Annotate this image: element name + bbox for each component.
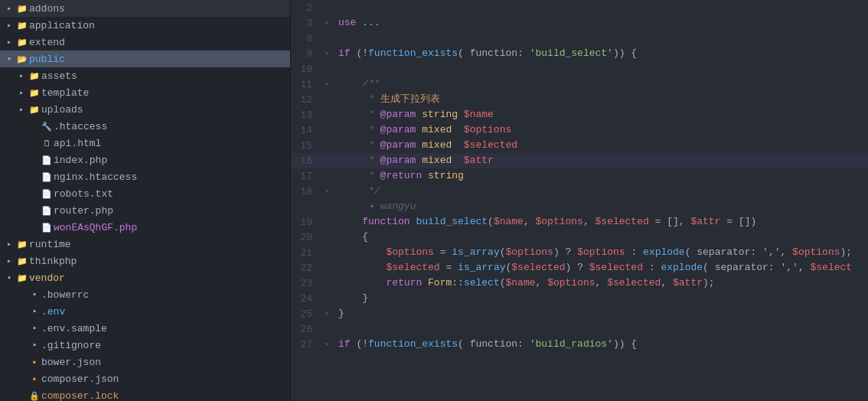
file-icon: ▪	[28, 307, 41, 316]
line-code	[332, 61, 868, 77]
sidebar-item-robots-txt[interactable]: 📄 robots.txt	[0, 185, 290, 202]
fold-icon[interactable]	[321, 291, 332, 306]
folder-icon: 📁	[15, 4, 29, 14]
file-icon: 📄	[40, 223, 54, 233]
sidebar-item-htaccess[interactable]: 🔧 .htaccess	[0, 118, 290, 135]
sidebar-item-composer-json[interactable]: 🔸 composer.json	[0, 370, 290, 387]
line-number: 2	[291, 0, 321, 15]
sidebar-item-router-php[interactable]: 📄 router.php	[0, 202, 290, 219]
code-line: 10	[291, 61, 868, 77]
sidebar-item-label: vendor	[29, 272, 65, 284]
line-number: 18	[291, 184, 321, 199]
fold-icon[interactable]	[321, 61, 332, 77]
line-code: return Form::select($name, $options, $se…	[332, 275, 868, 291]
sidebar-item-label: addons	[29, 3, 65, 15]
folder-icon: 📁	[15, 273, 29, 283]
sidebar-item-assets[interactable]: 📁 assets	[0, 67, 290, 84]
sidebar-item-template[interactable]: 📁 template	[0, 84, 290, 101]
line-number: 3	[291, 15, 321, 31]
fold-icon[interactable]	[321, 153, 332, 168]
folder-icon: 📁	[28, 71, 41, 81]
fold-icon[interactable]: ▾	[321, 15, 332, 31]
code-line: 24 }	[291, 291, 868, 306]
sidebar-item-label: router.php	[54, 205, 113, 217]
arrow-icon	[3, 37, 15, 47]
fold-icon[interactable]	[321, 199, 332, 214]
code-line: 27 ▾ if (!function_exists( function: 'bu…	[291, 337, 868, 352]
fold-icon[interactable]	[321, 0, 332, 15]
code-editor[interactable]: 2 3 ▾ use ... 8 9 ▾ if (!function_exists…	[291, 0, 868, 401]
file-icon: 🔸	[28, 374, 41, 384]
line-number: 12	[291, 92, 321, 107]
line-code: {	[332, 230, 868, 245]
file-icon: 📄	[40, 189, 54, 199]
fold-icon[interactable]	[321, 138, 332, 153]
sidebar-item-label: public	[29, 54, 65, 65]
line-code: /**	[332, 77, 868, 92]
sidebar-item-label: index.php	[54, 155, 107, 166]
line-number: 23	[291, 275, 321, 291]
fold-icon[interactable]: ▾	[321, 46, 332, 61]
sidebar-item-label: assets	[41, 70, 77, 82]
line-code: * @return string	[332, 168, 868, 184]
sidebar-item-public[interactable]: 📂 public	[0, 51, 290, 67]
fold-icon[interactable]: ▾	[321, 77, 332, 92]
fold-icon[interactable]	[321, 92, 332, 107]
line-code: if (!function_exists( function: 'build_s…	[332, 46, 868, 61]
sidebar-item-env-sample[interactable]: ▪ .env.sample	[0, 320, 290, 337]
sidebar-item-label: .env.sample	[41, 323, 107, 334]
folder-icon: 📁	[28, 105, 41, 115]
sidebar-item-application[interactable]: 📁 application	[0, 17, 290, 34]
fold-icon[interactable]	[321, 275, 332, 291]
sidebar-item-extend[interactable]: 📁 extend	[0, 34, 290, 51]
fold-icon[interactable]	[321, 31, 332, 46]
sidebar-item-label: nginx.htaccess	[54, 171, 137, 183]
fold-icon[interactable]	[321, 168, 332, 184]
folder-icon: 📁	[15, 21, 29, 31]
sidebar-item-env[interactable]: ▪ .env	[0, 303, 290, 320]
line-code: * @param string $name	[332, 107, 868, 122]
arrow-icon	[3, 273, 15, 282]
sidebar-item-bower-json[interactable]: 🔸 bower.json	[0, 354, 290, 370]
fold-icon[interactable]	[321, 122, 332, 138]
fold-icon[interactable]: ▾	[321, 306, 332, 321]
code-line: 17 * @return string	[291, 168, 868, 184]
sidebar-item-api-html[interactable]: 🗒 api.html	[0, 135, 290, 152]
line-number: 25	[291, 306, 321, 321]
sidebar-item-label: robots.txt	[54, 188, 113, 200]
fold-icon[interactable]: ▾	[321, 337, 332, 352]
fold-icon[interactable]	[321, 321, 332, 337]
sidebar-item-label: application	[29, 20, 95, 31]
sidebar-item-label: .htaccess	[54, 121, 107, 132]
sidebar-item-nginx-htaccess[interactable]: 📄 nginx.htaccess	[0, 168, 290, 185]
sidebar-item-gitignore[interactable]: ▪ .gitignore	[0, 337, 290, 354]
sidebar-item-addons[interactable]: 📁 addons	[0, 0, 290, 17]
line-number: 16	[291, 153, 321, 168]
sidebar-item-uploads[interactable]: 📁 uploads	[0, 101, 290, 118]
sidebar-item-woneasqhgf[interactable]: 📄 wonEAsQhGF.php	[0, 219, 290, 236]
fold-icon[interactable]	[321, 230, 332, 245]
line-number: 14	[291, 122, 321, 138]
fold-icon[interactable]: ▾	[321, 184, 332, 199]
line-code	[332, 321, 868, 337]
line-number: 11	[291, 77, 321, 92]
sidebar-item-runtime[interactable]: 📁 runtime	[0, 236, 290, 253]
line-number: 20	[291, 230, 321, 245]
fold-icon[interactable]	[321, 214, 332, 230]
code-line: 13 * @param string $name	[291, 107, 868, 122]
code-line: 16 * @param mixed $attr	[291, 153, 868, 168]
sidebar-item-vendor[interactable]: 📁 vendor	[0, 269, 290, 286]
sidebar-item-bowerrc[interactable]: ▪ .bowerrc	[0, 286, 290, 303]
fold-icon[interactable]	[321, 260, 332, 275]
line-number: 10	[291, 61, 321, 77]
code-line: 12 * 生成下拉列表	[291, 92, 868, 107]
sidebar-item-thinkphp[interactable]: 📁 thinkphp	[0, 253, 290, 269]
arrow-icon	[3, 4, 15, 13]
sidebar-item-composer-lock[interactable]: 🔒 composer.lock	[0, 387, 290, 401]
file-icon: 🔒	[28, 391, 41, 401]
arrow-icon	[3, 21, 15, 30]
fold-icon[interactable]	[321, 245, 332, 260]
sidebar-item-label: uploads	[41, 104, 83, 116]
fold-icon[interactable]	[321, 107, 332, 122]
sidebar-item-index-php[interactable]: 📄 index.php	[0, 152, 290, 168]
